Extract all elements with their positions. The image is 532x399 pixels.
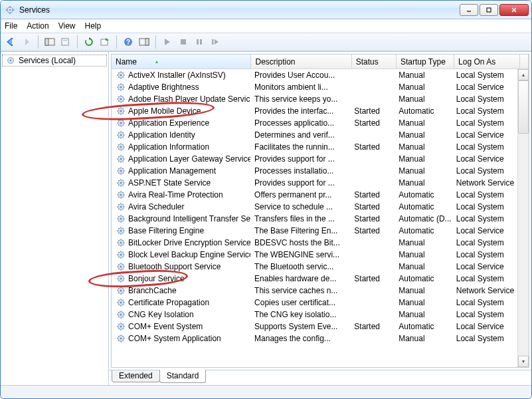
service-startup-type: Automatic: [395, 202, 452, 211]
service-description: The Bluetooth servic...: [250, 262, 350, 271]
column-header-name[interactable]: Name: [112, 55, 251, 68]
service-description: This service caches n...: [250, 286, 350, 295]
service-row[interactable]: Block Level Backup Engine ServiceThe WBE…: [112, 249, 517, 261]
service-row[interactable]: ASP.NET State ServiceProvides support fo…: [112, 177, 517, 189]
service-row[interactable]: ActiveX Installer (AxInstSV)Provides Use…: [112, 69, 517, 81]
export-list-button[interactable]: [98, 35, 112, 49]
svg-line-182: [123, 257, 124, 257]
service-row[interactable]: Apple Mobile DeviceProvides the interfac…: [112, 105, 517, 117]
service-startup-type: Manual: [395, 250, 452, 259]
service-startup-type: Manual: [395, 166, 452, 176]
service-name: Certificate Propagation: [128, 298, 209, 307]
service-gear-icon: [116, 285, 126, 296]
column-header-startup-type[interactable]: Startup Type: [397, 55, 454, 68]
service-gear-icon: [116, 213, 126, 224]
service-log-on-as: Local System: [452, 298, 517, 307]
service-row[interactable]: Application ExperienceProcesses applicat…: [112, 117, 517, 129]
service-row[interactable]: COM+ Event SystemSupports System Eve...S…: [112, 321, 517, 332]
tab-standard[interactable]: Standard: [159, 370, 207, 383]
column-header-status[interactable]: Status: [352, 55, 397, 68]
show-hide-console-tree-button[interactable]: [43, 35, 57, 49]
titlebar[interactable]: Services: [1, 1, 531, 19]
svg-point-246: [120, 337, 122, 339]
service-row[interactable]: Application InformationFacilitates the r…: [112, 141, 517, 153]
column-header-description[interactable]: Description: [251, 55, 351, 68]
menu-action[interactable]: Action: [27, 21, 48, 31]
svg-line-102: [123, 161, 124, 162]
menu-view[interactable]: View: [58, 21, 76, 31]
svg-rect-20: [197, 39, 199, 45]
svg-line-203: [118, 281, 119, 281]
minimize-button[interactable]: [460, 4, 478, 16]
service-name: Application Information: [128, 142, 209, 152]
svg-line-152: [123, 221, 124, 221]
svg-line-93: [118, 149, 119, 150]
svg-line-111: [118, 168, 119, 169]
service-description: Processes applicatio...: [250, 118, 350, 128]
maximize-button[interactable]: [480, 4, 498, 16]
svg-line-163: [118, 233, 119, 233]
pause-service-button[interactable]: [192, 35, 207, 49]
service-row[interactable]: COM+ System ApplicationManages the confi…: [112, 332, 517, 344]
service-row[interactable]: Application Layer Gateway ServiceProvide…: [112, 153, 517, 165]
refresh-button[interactable]: [82, 35, 96, 49]
svg-line-32: [123, 77, 124, 78]
service-row[interactable]: CNG Key IsolationThe CNG key isolatio...…: [112, 309, 517, 321]
tree-item-services-local[interactable]: Services (Local): [2, 55, 107, 66]
stop-service-button[interactable]: [176, 35, 191, 49]
back-button[interactable]: [3, 35, 18, 49]
close-button[interactable]: [499, 4, 529, 16]
svg-line-202: [123, 281, 124, 281]
service-row[interactable]: Background Intelligent Transfer ServiceT…: [112, 213, 517, 225]
service-row[interactable]: Adobe Flash Player Update ServiceThis se…: [112, 93, 517, 105]
service-gear-icon: [116, 321, 126, 332]
svg-line-221: [118, 300, 119, 301]
svg-line-112: [123, 173, 124, 174]
service-startup-type: Automatic (D...: [395, 214, 452, 223]
show-hide-action-pane-button[interactable]: [137, 35, 151, 49]
service-row[interactable]: Application ManagementProcesses installa…: [112, 165, 517, 177]
service-log-on-as: Local Service: [452, 322, 517, 331]
scroll-thumb[interactable]: [518, 80, 529, 134]
service-row[interactable]: Bonjour ServiceEnables hardware de...Sta…: [112, 273, 517, 285]
service-startup-type: Automatic: [395, 226, 452, 235]
statusbar: [1, 385, 531, 398]
svg-line-63: [118, 113, 119, 114]
svg-line-42: [123, 89, 124, 90]
service-row[interactable]: Base Filtering EngineThe Base Filtering …: [112, 225, 517, 237]
service-row[interactable]: Bluetooth Support ServiceThe Bluetooth s…: [112, 261, 517, 273]
scroll-up-button[interactable]: ▴: [518, 69, 529, 80]
svg-line-94: [123, 144, 124, 145]
service-description: Provides the interfac...: [250, 106, 350, 116]
tab-extended[interactable]: Extended: [112, 370, 160, 382]
service-row[interactable]: Certificate PropagationCopies user certi…: [112, 297, 517, 309]
service-row[interactable]: BitLocker Drive Encryption ServiceBDESVC…: [112, 237, 517, 249]
help-button[interactable]: ?: [121, 35, 135, 49]
forward-button[interactable]: [19, 35, 34, 49]
service-row[interactable]: Avira SchedulerService to schedule ...St…: [112, 201, 517, 213]
service-description: Monitors ambient li...: [250, 82, 350, 92]
column-header-log-on-as[interactable]: Log On As: [454, 55, 520, 68]
svg-line-34: [123, 72, 124, 73]
service-log-on-as: Local System: [452, 238, 517, 247]
service-startup-type: Manual: [395, 238, 452, 247]
start-service-button[interactable]: [160, 35, 175, 49]
toolbar: ?: [1, 33, 531, 51]
svg-line-224: [123, 300, 124, 301]
menu-help[interactable]: Help: [85, 21, 102, 31]
service-row[interactable]: BranchCacheThis service caches n...Manua…: [112, 285, 517, 297]
restart-service-button[interactable]: [208, 35, 222, 49]
scroll-down-button[interactable]: ▾: [518, 356, 529, 367]
svg-line-251: [118, 336, 119, 336]
service-description: The Base Filtering En...: [250, 226, 350, 235]
svg-line-153: [118, 221, 119, 221]
service-row[interactable]: Adaptive BrightnessMonitors ambient li..…: [112, 81, 517, 93]
service-row[interactable]: Application IdentityDetermines and verif…: [112, 129, 517, 141]
service-log-on-as: Local System: [452, 106, 517, 116]
menu-file[interactable]: File: [5, 21, 17, 31]
vertical-scrollbar[interactable]: ▴ ▾: [517, 69, 529, 367]
svg-line-121: [118, 180, 119, 181]
services-tree-icon: [5, 55, 16, 66]
properties-button[interactable]: [58, 35, 73, 49]
service-row[interactable]: Avira Real-Time ProtectionOffers permane…: [112, 189, 517, 201]
